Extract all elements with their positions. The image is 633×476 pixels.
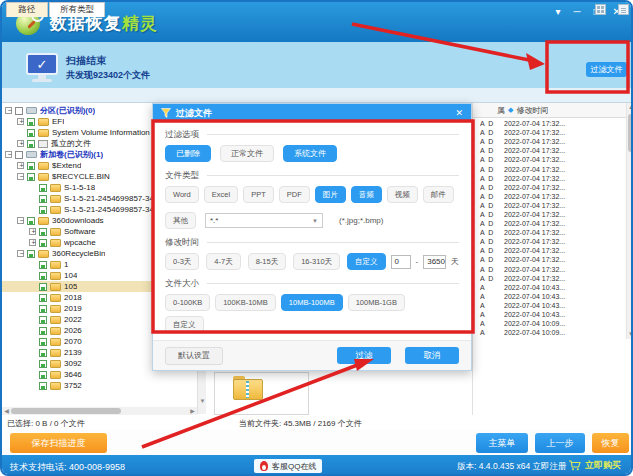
other-type-pill[interactable]: 其他 <box>165 212 196 229</box>
apply-filter-button[interactable]: 过滤 <box>337 347 391 364</box>
file-row[interactable]: A D 2022-07-04 17:32... <box>473 183 627 192</box>
file-type-pill[interactable]: 图片 <box>315 186 346 203</box>
file-type-pill[interactable]: 邮件 <box>423 186 454 203</box>
checkbox-icon[interactable] <box>39 272 47 280</box>
file-thumbnail-cell[interactable] <box>214 372 309 415</box>
tree-item[interactable]: 3752 <box>2 380 197 391</box>
expand-toggle-icon[interactable] <box>17 250 24 257</box>
checkbox-icon[interactable] <box>39 360 47 368</box>
qq-support-link[interactable]: 客服QQ在线 <box>254 459 322 473</box>
file-row[interactable]: A D 2022-07-04 17:32... <box>473 255 627 264</box>
size-range-pill[interactable]: 0-100KB <box>165 294 210 311</box>
time-column-header[interactable]: 修改时间 <box>516 105 548 116</box>
file-row[interactable]: A D 2022-07-04 17:32... <box>473 219 627 228</box>
time-range-pill[interactable]: 0-3天 <box>165 253 199 270</box>
checkbox-icon[interactable] <box>39 206 47 214</box>
time-range-pill[interactable]: 4-7天 <box>206 253 240 270</box>
scroll-left-icon[interactable]: ◀ <box>2 407 11 415</box>
buy-now-link[interactable]: 立即购买 <box>568 459 621 472</box>
file-row[interactable]: A D 2022-07-04 17:32... <box>473 119 627 128</box>
checkbox-icon[interactable] <box>39 349 47 357</box>
file-row[interactable]: A 2022-07-04 10:09... <box>473 337 627 339</box>
file-row[interactable]: A D 2022-07-04 17:32... <box>473 137 627 146</box>
scroll-down-icon[interactable]: ▼ <box>198 397 207 406</box>
main-menu-button[interactable]: 主菜单 <box>476 433 528 453</box>
checkbox-icon[interactable] <box>39 239 47 247</box>
size-range-pill[interactable]: 100KB-10MB <box>215 294 276 311</box>
list-view-icon[interactable] <box>618 4 629 15</box>
checkbox-icon[interactable] <box>39 195 47 203</box>
checkbox-icon[interactable] <box>39 184 47 192</box>
checkbox-icon[interactable] <box>27 173 35 181</box>
size-range-pill[interactable]: 10MB-100MB <box>281 294 343 311</box>
checkbox-icon[interactable] <box>39 327 47 335</box>
file-row[interactable]: A D 2022-07-04 17:32... <box>473 246 627 255</box>
file-row[interactable]: A 2022-07-04 10:43... <box>473 301 627 310</box>
time-range-pill[interactable]: 8-15天 <box>248 253 287 270</box>
tree-horizontal-scrollbar[interactable]: ◀ ▶ <box>2 407 197 415</box>
cancel-button[interactable]: 取消 <box>405 347 459 364</box>
time-to-input[interactable]: 3650 <box>423 255 446 269</box>
file-row[interactable]: A D 2022-07-04 17:32... <box>473 164 627 173</box>
expand-toggle-icon[interactable] <box>29 228 36 235</box>
scrollbar-thumb[interactable] <box>628 114 633 152</box>
list-vertical-scrollbar[interactable]: ▲ ▼ <box>626 103 633 339</box>
checkbox-icon[interactable] <box>39 371 47 379</box>
save-scan-progress-button[interactable]: 保存扫描进度 <box>10 433 107 453</box>
checkbox-icon[interactable] <box>39 382 47 390</box>
recover-button[interactable]: 恢复 <box>592 433 629 453</box>
default-settings-button[interactable]: 默认设置 <box>165 347 223 365</box>
filter-option-pill[interactable]: 系统文件 <box>283 145 337 162</box>
file-row[interactable]: A D 2022-07-04 17:32... <box>473 228 627 237</box>
window-control-button[interactable]: ▾ <box>555 6 560 17</box>
size-range-pill[interactable]: 100MB-1GB <box>348 294 405 311</box>
scroll-down-icon[interactable]: ▼ <box>627 330 633 339</box>
time-from-input[interactable]: 0 <box>391 255 411 269</box>
tab-all-types[interactable]: 所有类型 <box>49 2 105 17</box>
file-row[interactable]: A D 2022-07-04 17:32... <box>473 146 627 155</box>
file-type-pill[interactable]: 音频 <box>351 186 382 203</box>
extension-combobox[interactable]: *.* ▼ <box>205 213 323 228</box>
scrollbar-thumb[interactable] <box>11 408 121 414</box>
checkbox-icon[interactable] <box>39 316 47 324</box>
attr-column-header[interactable]: 属 <box>473 105 505 116</box>
grid-view-icon[interactable] <box>595 4 606 15</box>
file-type-pill[interactable]: 视频 <box>387 186 418 203</box>
checkbox-icon[interactable] <box>27 140 35 148</box>
expand-toggle-icon[interactable] <box>5 107 12 114</box>
checkbox-icon[interactable] <box>15 107 23 115</box>
checkbox-icon[interactable] <box>39 338 47 346</box>
file-list-header[interactable]: 属 ◆ 修改时间 <box>473 103 627 118</box>
file-type-pill[interactable]: PDF <box>279 186 310 203</box>
file-row[interactable]: A D 2022-07-04 17:32... <box>473 274 627 283</box>
checkbox-icon[interactable] <box>39 228 47 236</box>
checkbox-icon[interactable] <box>39 294 47 302</box>
file-row[interactable]: A D 2022-07-04 17:32... <box>473 128 627 137</box>
expand-toggle-icon[interactable] <box>17 162 24 169</box>
file-row[interactable]: A 2022-07-04 10:43... <box>473 310 627 319</box>
file-row[interactable]: A 2022-07-04 10:09... <box>473 319 627 328</box>
checkbox-icon[interactable] <box>27 217 35 225</box>
file-row[interactable]: A D 2022-07-04 17:32... <box>473 210 627 219</box>
version-register-text[interactable]: 版本: 4.4.0.435 x64 立即注册 <box>457 461 567 473</box>
window-control-button[interactable]: ─ <box>573 6 580 17</box>
checkbox-icon[interactable] <box>27 118 35 126</box>
tab-path[interactable]: 路径 <box>6 2 48 17</box>
file-row[interactable]: A D 2022-07-04 17:32... <box>473 155 627 164</box>
filter-option-pill[interactable]: 已删除 <box>165 145 211 162</box>
expand-toggle-icon[interactable] <box>17 118 24 125</box>
checkbox-icon[interactable] <box>27 129 35 137</box>
scroll-up-icon[interactable]: ▲ <box>627 103 633 112</box>
checkbox-icon[interactable] <box>39 261 47 269</box>
file-row[interactable]: A 2022-07-04 10:43... <box>473 283 627 292</box>
filter-files-button[interactable]: 过滤文件 <box>586 62 627 77</box>
file-type-pill[interactable]: PPT <box>243 186 274 203</box>
file-row[interactable]: A 2022-07-04 10:09... <box>473 328 627 337</box>
file-type-pill[interactable]: Word <box>165 186 199 203</box>
checkbox-icon[interactable] <box>39 305 47 313</box>
file-row[interactable]: A D 2022-07-04 17:32... <box>473 174 627 183</box>
file-row[interactable]: A D 2022-07-04 17:32... <box>473 192 627 201</box>
sort-icon[interactable]: ◆ <box>508 106 513 114</box>
prev-step-button[interactable]: 上一步 <box>535 433 585 453</box>
scroll-right-icon[interactable]: ▶ <box>188 407 197 415</box>
